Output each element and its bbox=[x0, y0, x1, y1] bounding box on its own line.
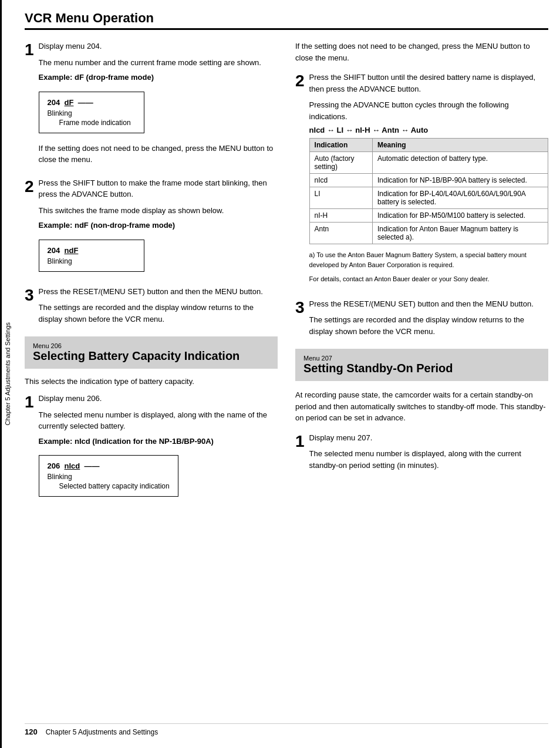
diagram1: 204 dF —— Blinking Frame mode indication bbox=[39, 92, 144, 133]
main-content: VCR Menu Operation 1 Display menu 204. T… bbox=[13, 0, 560, 748]
section207-intro: At recording pause state, the camcorder … bbox=[295, 389, 548, 424]
indication-cell: LI bbox=[309, 187, 372, 209]
page-title: VCR Menu Operation bbox=[25, 11, 548, 26]
diagram3-number-line: 206 nIcd —— bbox=[48, 461, 170, 470]
col-header-indication: Indication bbox=[309, 139, 372, 152]
indication-cell: nI-H bbox=[309, 209, 372, 223]
example2-label: Example: ndF (non-drop-frame mode) bbox=[39, 220, 278, 231]
section207-menu-num: Menu 207 bbox=[303, 355, 540, 362]
diagram1-number-line: 204 dF —— bbox=[48, 98, 136, 107]
meaning-cell: Automatic detection of battery type. bbox=[372, 152, 548, 174]
diagram2-number-line: 204 ndF bbox=[48, 246, 136, 255]
step1-sub2: If the setting does not need to be chang… bbox=[39, 143, 278, 166]
step3-content: Press the RESET/(MENU SET) button and th… bbox=[39, 286, 278, 329]
right-step3-content: Press the RESET/(MENU SET) button and th… bbox=[309, 298, 548, 341]
sec206-step1-content: Display menu 206. The selected menu numb… bbox=[39, 393, 278, 503]
table-header-row: Indication Meaning bbox=[309, 139, 548, 152]
diagram3-num: 206 bbox=[48, 461, 60, 470]
indication-table: Indication Meaning Auto (factory setting… bbox=[309, 138, 548, 244]
sec207-step1-text: Display menu 207. bbox=[309, 432, 548, 444]
side-tab: Chapter 5 Adjustments and Settings bbox=[0, 0, 13, 748]
sec206-step1-text: Display menu 206. bbox=[39, 393, 278, 405]
right-step2-sub1: Pressing the ADVANCE button cycles throu… bbox=[309, 99, 548, 122]
step1-block: 1 Display menu 204. The menu number and … bbox=[25, 41, 278, 169]
section206-intro: This selects the indication type of batt… bbox=[25, 377, 278, 386]
diagram3-blink: Blinking bbox=[48, 473, 170, 481]
indication-cell: nIcd bbox=[309, 174, 372, 187]
section207-title: Setting Standby-On Period bbox=[303, 362, 540, 375]
table-row: AntnIndication for Anton Bauer Magnum ba… bbox=[309, 223, 548, 244]
meaning-cell: Indication for BP-M50/M100 battery is se… bbox=[372, 209, 548, 223]
right-step2-text: Press the SHIFT button until the desired… bbox=[309, 72, 548, 95]
step2-block: 2 Press the SHIFT button to make the fra… bbox=[25, 177, 278, 278]
sec206-example-label: Example: nIcd (Indication for the NP-1B/… bbox=[39, 436, 278, 447]
right-step2-number: 2 bbox=[295, 73, 305, 89]
step3-block: 3 Press the RESET/(MENU SET) button and … bbox=[25, 286, 278, 329]
right-step2-block: 2 Press the SHIFT button until the desir… bbox=[295, 72, 548, 290]
diagram3-desc: Selected battery capacity indication bbox=[59, 482, 170, 490]
step1-number: 1 bbox=[25, 42, 34, 58]
step3-number: 3 bbox=[25, 287, 34, 304]
side-tab-text: Chapter 5 Adjustments and Settings bbox=[4, 322, 11, 426]
diagram2-num: 204 bbox=[48, 246, 60, 255]
example1-label: Example: dF (drop-frame mode) bbox=[39, 72, 278, 83]
sec207-step1-block: 1 Display menu 207. The selected menu nu… bbox=[295, 432, 548, 475]
diagram3-code: nIcd bbox=[65, 461, 80, 470]
right-step3-sub1: The settings are recorded and the displa… bbox=[309, 314, 548, 337]
diagram2-code: ndF bbox=[65, 246, 79, 255]
two-column-layout: 1 Display menu 204. The menu number and … bbox=[25, 41, 548, 717]
section206-header: Menu 206 Selecting Battery Capacity Indi… bbox=[25, 336, 278, 369]
indication-cell: Antn bbox=[309, 223, 372, 244]
meaning-cell: Indication for NP-1B/BP-90A battery is s… bbox=[372, 174, 548, 187]
step3-sub1: The settings are recorded and the displa… bbox=[39, 302, 278, 325]
col-header-meaning: Meaning bbox=[372, 139, 548, 152]
footer-chapter: Chapter 5 Adjustments and Settings bbox=[46, 728, 158, 736]
diagram2: 204 ndF Blinking bbox=[39, 240, 144, 272]
meaning-cell: Indication for Anton Bauer Magnum batter… bbox=[372, 223, 548, 244]
sec207-step1-content: Display menu 207. The selected menu numb… bbox=[309, 432, 548, 475]
page-header: VCR Menu Operation bbox=[25, 0, 548, 30]
diagram3: 206 nIcd —— Blinking Selected battery ca… bbox=[39, 455, 178, 497]
right-step3-text: Press the RESET/(MENU SET) button and th… bbox=[309, 298, 548, 310]
table-row: nI-HIndication for BP-M50/M100 battery i… bbox=[309, 209, 548, 223]
table-row: LIIndication for BP-L40/L40A/L60/L60A/L9… bbox=[309, 187, 548, 209]
right-column: If the setting does not need to be chang… bbox=[295, 41, 548, 717]
table-row: nIcdIndication for NP-1B/BP-90A battery … bbox=[309, 174, 548, 187]
table-footnote: a) To use the Anton Bauer Magnum Battery… bbox=[309, 250, 548, 284]
right-step2-note: If the setting does not need to be chang… bbox=[295, 41, 548, 63]
diagram1-blink: Blinking bbox=[48, 109, 136, 117]
step2-sub1: This switches the frame mode display as … bbox=[39, 205, 278, 217]
section206-menu-num: Menu 206 bbox=[33, 342, 269, 349]
indication-cell: Auto (factory setting) bbox=[309, 152, 372, 174]
step1-text: Display menu 204. bbox=[39, 41, 278, 52]
sec206-step1-sub: The selected menu number is displayed, a… bbox=[39, 409, 278, 432]
diagram1-desc: Frame mode indication bbox=[59, 119, 136, 127]
table-row: Auto (factory setting)Automatic detectio… bbox=[309, 152, 548, 174]
meaning-cell: Indication for BP-L40/L40A/L60/L60A/L90/… bbox=[372, 187, 548, 209]
diagram2-blink: Blinking bbox=[48, 257, 136, 265]
step2-content: Press the SHIFT button to make the frame… bbox=[39, 177, 278, 278]
section206-title: Selecting Battery Capacity Indication bbox=[33, 349, 269, 363]
step1-sub1: The menu number and the current frame mo… bbox=[39, 57, 278, 69]
sec207-step1-sub: The selected menu number is displayed, a… bbox=[309, 448, 548, 471]
sec206-step1-block: 1 Display menu 206. The selected menu nu… bbox=[25, 393, 278, 503]
sec206-step1-number: 1 bbox=[25, 394, 34, 410]
right-step3-number: 3 bbox=[295, 299, 305, 316]
page-number: 120 bbox=[25, 727, 38, 736]
sec207-step1-number: 1 bbox=[295, 433, 305, 450]
step2-number: 2 bbox=[25, 178, 34, 195]
arrow-sequence: nIcd ↔ LI ↔ nI-H ↔ Antn ↔ Auto bbox=[309, 126, 548, 134]
page-footer: 120 Chapter 5 Adjustments and Settings bbox=[25, 723, 548, 736]
section207-header: Menu 207 Setting Standby-On Period bbox=[295, 349, 548, 381]
right-step2-content: Press the SHIFT button until the desired… bbox=[309, 72, 548, 290]
right-step3-block: 3 Press the RESET/(MENU SET) button and … bbox=[295, 298, 548, 341]
diagram1-num: 204 bbox=[48, 98, 60, 107]
step2-text: Press the SHIFT button to make the frame… bbox=[39, 177, 278, 200]
left-column: 1 Display menu 204. The menu number and … bbox=[25, 41, 278, 717]
step3-text: Press the RESET/(MENU SET) button and th… bbox=[39, 286, 278, 298]
step1-content: Display menu 204. The menu number and th… bbox=[39, 41, 278, 169]
diagram1-code: dF bbox=[65, 98, 74, 107]
